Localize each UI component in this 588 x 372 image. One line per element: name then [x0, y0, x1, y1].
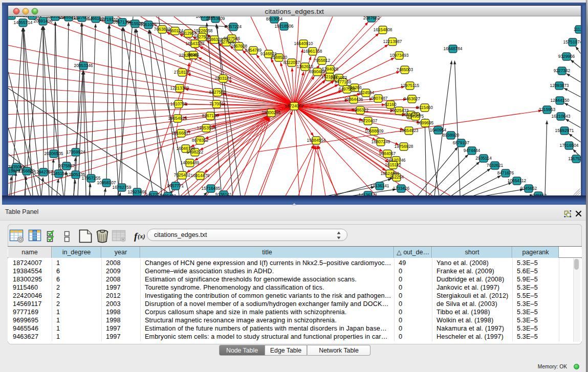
svg-text:14099489: 14099489	[181, 160, 200, 165]
svg-text:1010755: 1010755	[170, 101, 187, 106]
svg-text:1145194: 1145194	[51, 171, 67, 176]
svg-text:10654112: 10654112	[508, 178, 527, 183]
svg-text:15692971: 15692971	[555, 128, 574, 133]
svg-text:20206535: 20206535	[45, 151, 63, 156]
svg-text:14055714: 14055714	[8, 16, 21, 18]
svg-text:19756928: 19756928	[395, 144, 413, 149]
svg-text:1362615: 1362615	[297, 64, 314, 69]
svg-text:(x): (x)	[138, 233, 145, 240]
svg-text:7625402: 7625402	[160, 193, 177, 196]
svg-text:20053346: 20053346	[74, 63, 93, 68]
svg-text:12444150: 12444150	[551, 98, 570, 103]
svg-text:3624554: 3624554	[358, 90, 375, 95]
svg-text:9527546: 9527546	[224, 36, 241, 41]
svg-text:8471676: 8471676	[497, 170, 514, 176]
svg-text:19654923: 19654923	[400, 128, 419, 133]
svg-text:14136141: 14136141	[359, 192, 378, 196]
svg-text:17016504: 17016504	[560, 143, 579, 148]
svg-text:1733426: 1733426	[393, 186, 410, 191]
svg-text:9115460: 9115460	[417, 105, 433, 110]
svg-text:8427552: 8427552	[209, 90, 226, 95]
svg-text:9245652: 9245652	[530, 193, 547, 196]
svg-text:16543382: 16543382	[186, 41, 205, 46]
svg-text:2803144: 2803144	[215, 76, 232, 81]
svg-text:12353594: 12353594	[197, 125, 216, 130]
svg-text:7625402: 7625402	[174, 172, 191, 178]
svg-text:6794028: 6794028	[322, 67, 339, 72]
svg-text:19218506: 19218506	[275, 24, 294, 29]
svg-text:15226058: 15226058	[194, 28, 213, 33]
svg-text:9463627: 9463627	[404, 96, 421, 101]
svg-text:98961: 98961	[187, 52, 199, 57]
svg-text:18300295: 18300295	[262, 110, 281, 115]
svg-text:746266: 746266	[347, 85, 362, 90]
svg-text:7986322: 7986322	[352, 107, 369, 113]
svg-text:17359924: 17359924	[67, 149, 85, 155]
svg-text:18724007: 18724007	[285, 103, 304, 108]
svg-text:15751074: 15751074	[563, 39, 581, 45]
svg-text:20091406: 20091406	[23, 16, 42, 18]
svg-text:8267130: 8267130	[202, 113, 219, 118]
svg-text:5498222: 5498222	[187, 149, 204, 155]
svg-text:8454749: 8454749	[245, 48, 262, 53]
svg-text:10973493: 10973493	[390, 53, 409, 58]
svg-text:1640954: 1640954	[430, 127, 447, 133]
svg-text:9457771: 9457771	[167, 183, 184, 188]
svg-text:19166827: 19166827	[172, 130, 191, 136]
svg-text:10807487: 10807487	[369, 96, 388, 101]
svg-text:12213987: 12213987	[383, 39, 402, 44]
svg-text:12093873: 12093873	[550, 83, 569, 88]
svg-text:2087682: 2087682	[363, 16, 380, 20]
svg-text:20364436: 20364436	[344, 97, 363, 102]
svg-text:14055714: 14055714	[14, 20, 33, 25]
svg-text:7357224: 7357224	[225, 24, 242, 29]
svg-text:7485003: 7485003	[397, 67, 413, 72]
svg-text:9777169: 9777169	[335, 79, 352, 84]
svg-text:62160: 62160	[384, 102, 396, 107]
svg-text:9975887: 9975887	[58, 163, 75, 168]
svg-text:16033809: 16033809	[206, 16, 225, 21]
svg-text:1167530: 1167530	[568, 156, 580, 161]
svg-text:11121: 11121	[574, 27, 580, 32]
svg-text:1588520: 1588520	[271, 55, 288, 60]
svg-text:9699695: 9699695	[417, 120, 434, 125]
svg-text:16914479: 16914479	[191, 173, 210, 178]
svg-text:1649575: 1649575	[407, 114, 424, 119]
svg-text:7955812: 7955812	[314, 58, 331, 63]
svg-text:252254: 252254	[389, 174, 404, 180]
svg-text:9329966: 9329966	[558, 54, 575, 59]
svg-text:10688609: 10688609	[365, 128, 384, 134]
svg-text:14136141: 14136141	[371, 183, 389, 188]
svg-text:16210643: 16210643	[552, 114, 571, 119]
svg-text:9084067: 9084067	[379, 151, 396, 156]
svg-text:6879197: 6879197	[453, 140, 470, 145]
svg-text:15720407: 15720407	[359, 118, 378, 123]
svg-text:15716485: 15716485	[202, 186, 221, 191]
svg-text:1156829: 1156829	[18, 168, 35, 173]
svg-text:12213389: 12213389	[170, 85, 189, 91]
svg-text:7632621: 7632621	[487, 163, 504, 168]
svg-text:16648784: 16648784	[444, 46, 463, 51]
svg-text:12975115: 12975115	[401, 83, 420, 88]
svg-text:1615112: 1615112	[385, 162, 401, 167]
svg-text:8678352: 8678352	[192, 138, 209, 143]
svg-text:2935114: 2935114	[475, 156, 492, 161]
svg-text:9227342: 9227342	[554, 68, 571, 73]
svg-text:9136141: 9136141	[215, 192, 232, 196]
svg-text:20691406: 20691406	[34, 18, 53, 24]
svg-text:9474444: 9474444	[464, 148, 481, 153]
svg-text:8813054: 8813054	[266, 16, 283, 21]
svg-text:19654925: 19654925	[168, 116, 187, 121]
svg-text:18807249: 18807249	[372, 139, 390, 144]
svg-text:16154808: 16154808	[374, 27, 393, 32]
svg-text:717006: 717006	[209, 101, 224, 106]
svg-text:16961758: 16961758	[303, 49, 322, 54]
svg-text:16640910: 16640910	[294, 41, 313, 46]
svg-text:9245652: 9245652	[520, 186, 537, 191]
svg-text:3215953: 3215953	[539, 107, 556, 112]
svg-text:2718176: 2718176	[174, 70, 191, 75]
svg-text:8938920: 8938920	[443, 133, 460, 138]
svg-text:19384554: 19384554	[307, 138, 326, 143]
svg-text:12923466: 12923466	[128, 189, 147, 194]
